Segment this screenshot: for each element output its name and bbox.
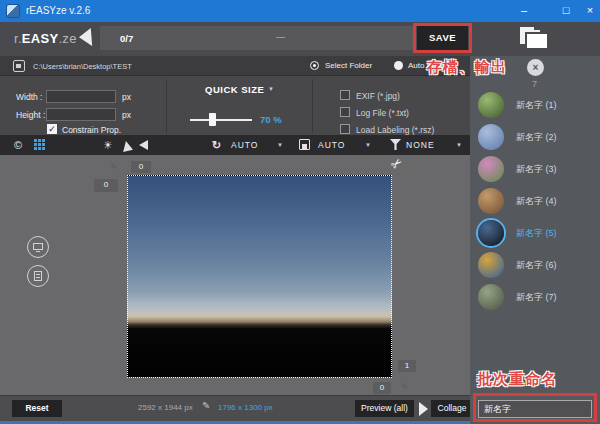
header: r.EASY.ze 0/7 — SAVE: [0, 22, 600, 56]
chevron-down-icon[interactable]: ▼: [456, 142, 462, 148]
auto-folder-radio[interactable]: [394, 61, 403, 70]
image-label: 新名字 (2): [516, 131, 557, 144]
quick-size-slider[interactable]: [190, 119, 252, 121]
width-px-label: px: [122, 92, 131, 102]
sidebar-image-item[interactable]: 新名字 (3): [470, 153, 600, 185]
folder-front: [527, 34, 547, 48]
image-thumbnail[interactable]: [478, 92, 504, 118]
minimize-button[interactable]: –: [510, 0, 538, 22]
rotate-icon[interactable]: ↻: [212, 138, 221, 152]
bottom-bar: Reset 2592 x 1944 px ✎ 1796 x 1300 px Pr…: [0, 395, 470, 421]
divider: [166, 79, 167, 133]
filter-icon[interactable]: [390, 139, 401, 150]
ruler-bottom-value: 0: [373, 382, 391, 394]
ruler-top-value: 0: [131, 161, 151, 173]
select-folder-label[interactable]: Select Folder: [325, 61, 372, 70]
collage-button[interactable]: Collage: [431, 400, 473, 417]
sidebar-image-item[interactable]: 新名字 (5): [470, 217, 600, 249]
image-thumbnail[interactable]: [478, 284, 504, 310]
constrain-label: Constrain Prop.: [62, 125, 121, 135]
image-label: 新名字 (4): [516, 195, 557, 208]
clear-list-icon[interactable]: ×: [527, 59, 544, 76]
filter-mode-value[interactable]: NONE: [406, 140, 435, 150]
crop-scissors-icon[interactable]: ✂: [387, 154, 405, 173]
height-px-label: px: [122, 110, 131, 120]
logo-prefix: r.: [14, 31, 22, 46]
settings-panel: Width : px Height : px ✓ Constrain Prop.…: [0, 77, 470, 135]
rotate-mode-value[interactable]: AUTO: [231, 140, 258, 150]
flip-horizontal-icon[interactable]: [121, 140, 133, 152]
exif-label: EXIF (*.jpg): [356, 91, 400, 101]
labeling-label: Load Labeling (*.rsz): [356, 125, 434, 135]
image-thumbnail[interactable]: [478, 188, 504, 214]
chevron-down-icon[interactable]: ▼: [277, 142, 283, 148]
image-thumbnail[interactable]: [478, 156, 504, 182]
grid-icon[interactable]: [34, 139, 45, 150]
ruler-left-value: 0: [94, 179, 118, 192]
next-arrow-icon[interactable]: [419, 402, 428, 416]
constrain-checkbox[interactable]: ✓: [47, 124, 57, 134]
copyright-icon[interactable]: ©: [14, 138, 22, 152]
window-title: rEASYze v.2.6: [26, 5, 90, 16]
document-glyph: [34, 271, 42, 281]
rename-annotation: 批次重命名: [477, 370, 557, 389]
thumbnail-list: 新名字 (1) 新名字 (2) 新名字 (3) 新名字 (4) 新名字 (5) …: [470, 89, 600, 313]
image-label: 新名字 (7): [516, 291, 557, 304]
pencil-icon: ✎: [202, 400, 210, 411]
image-label: 新名字 (5): [516, 227, 557, 240]
view-monitor-icon[interactable]: [27, 236, 49, 258]
chevron-down-icon[interactable]: ▼: [365, 142, 371, 148]
logfile-checkbox[interactable]: [340, 107, 350, 117]
exif-checkbox[interactable]: [340, 90, 350, 100]
app-icon: [7, 5, 19, 17]
sidebar-image-item[interactable]: 新名字 (6): [470, 249, 600, 281]
path-bar: C:\Users\brian\Desktop\TEST Select Folde…: [0, 56, 470, 76]
close-button[interactable]: ×: [576, 0, 600, 22]
sidebar-image-item[interactable]: 新名字 (7): [470, 281, 600, 313]
chevron-down-icon[interactable]: ▼: [268, 86, 274, 92]
save-highlight-box: [413, 23, 472, 53]
image-thumbnail[interactable]: [478, 252, 504, 278]
save-annotation: 存檔、輸出: [427, 58, 507, 77]
sidebar-image-item[interactable]: 新名字 (1): [470, 89, 600, 121]
view-document-icon[interactable]: [27, 265, 49, 287]
image-label: 新名字 (6): [516, 259, 557, 272]
height-label: Height :: [16, 110, 45, 120]
flip-vertical-icon[interactable]: [139, 140, 148, 150]
image-thumbnail[interactable]: [478, 124, 504, 150]
ruler-right-value: 1: [398, 360, 416, 372]
reset-button[interactable]: Reset: [12, 400, 62, 417]
open-folder-icon[interactable]: [520, 27, 548, 50]
image-list-sidebar: × 7 新名字 (1) 新名字 (2) 新名字 (3) 新名字 (4) 新名字 …: [470, 56, 600, 424]
sidebar-image-item[interactable]: 新名字 (4): [470, 185, 600, 217]
format-mode-value[interactable]: AUTO: [318, 140, 345, 150]
width-field[interactable]: [46, 90, 116, 103]
save-format-icon[interactable]: [299, 139, 310, 150]
logo-main: EASY: [22, 31, 59, 46]
logfile-label: Log File (*.txt): [356, 108, 409, 118]
progress-separator: —: [276, 32, 285, 42]
select-folder-radio[interactable]: [310, 61, 319, 70]
edit-toolbar: © ☀ ↻ AUTO ▼ AUTO ▼ NONE ▼: [0, 135, 470, 155]
image-count: 7: [532, 79, 537, 89]
titlebar: rEASYze v.2.6 – □ ×: [0, 0, 600, 22]
width-label: Width :: [16, 92, 42, 102]
resized-size: 1796 x 1300 px: [218, 403, 273, 412]
quick-size-title: QUICK SIZE: [205, 84, 264, 95]
labeling-checkbox[interactable]: [340, 124, 350, 134]
original-size: 2592 x 1944 px: [138, 403, 193, 412]
browse-path-icon[interactable]: [13, 60, 25, 72]
sidebar-image-item[interactable]: 新名字 (2): [470, 121, 600, 153]
height-field[interactable]: [46, 108, 116, 121]
image-crop-selection[interactable]: [127, 175, 392, 378]
brightness-icon[interactable]: ☀: [103, 138, 113, 152]
monitor-glyph: [33, 243, 43, 250]
divider: [312, 79, 313, 133]
image-thumbnail[interactable]: [478, 220, 504, 246]
slider-handle[interactable]: [209, 113, 216, 126]
rename-highlight-box: [473, 393, 597, 422]
preview-all-button[interactable]: Preview (all): [355, 400, 414, 417]
app-window: rEASYze v.2.6 – □ × r.EASY.ze 0/7 — SAVE…: [0, 0, 600, 424]
ruler-pencil-icon: ✎: [401, 382, 409, 392]
logo-suffix: .ze: [58, 31, 76, 46]
